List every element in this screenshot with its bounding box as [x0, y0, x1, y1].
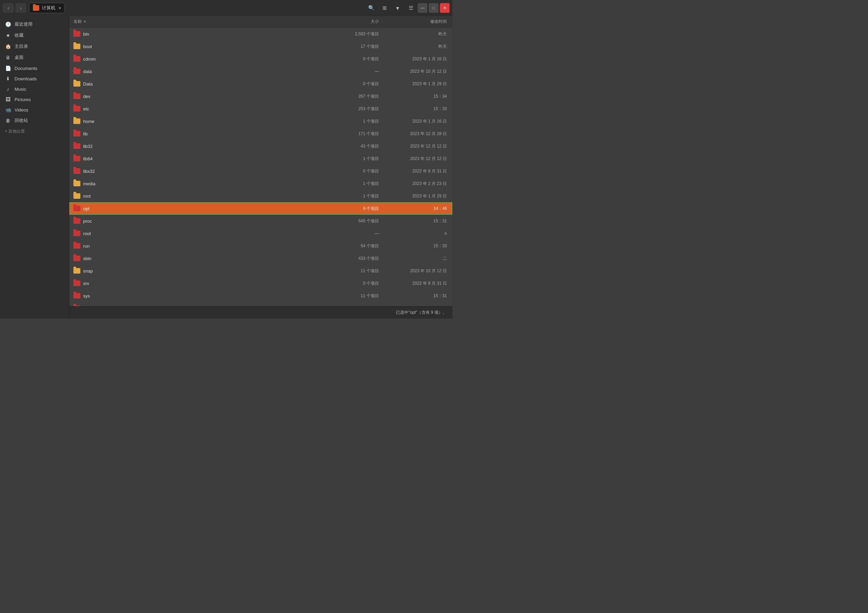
file-icon: [73, 118, 81, 124]
view-grid-button[interactable]: ⊞: [379, 3, 390, 13]
file-name: media: [83, 181, 95, 186]
table-row[interactable]: mnt 1 个项目 2023 年 1 月 29 日: [69, 190, 453, 202]
table-row[interactable]: sbin 433 个项目 二: [69, 252, 453, 265]
file-name-cell: data: [69, 68, 331, 74]
back-button[interactable]: ‹: [3, 3, 14, 13]
table-row[interactable]: Data 0 个项目 2023 年 1 月 29 日: [69, 77, 453, 90]
file-name: data: [83, 69, 92, 74]
table-row[interactable]: tmp 25 个项目 19：08: [69, 302, 453, 306]
pictures-icon: 🖼: [5, 97, 11, 102]
file-icon: [73, 180, 81, 187]
col-header-modified[interactable]: 修改时间: [383, 19, 453, 25]
file-size: 1 个项目: [331, 156, 383, 162]
file-name: dev: [83, 94, 90, 99]
file-icon: [73, 31, 81, 37]
file-name-cell: Data: [69, 81, 331, 87]
file-name: home: [83, 119, 95, 124]
table-row[interactable]: lib64 1 个项目 2023 年 12 月 12 日: [69, 152, 453, 165]
recent-icon: 🕐: [5, 22, 11, 27]
sidebar-item-desktop[interactable]: 🖥 桌面: [0, 52, 69, 63]
window-controls: — □ ✕: [418, 3, 450, 13]
col-header-size[interactable]: 大小: [331, 19, 383, 25]
sidebar-item-starred[interactable]: ★ 收藏: [0, 30, 69, 41]
table-row[interactable]: run 54 个项目 15：33: [69, 240, 453, 252]
table-row[interactable]: opt 9 个项目 14：46: [69, 202, 453, 215]
sidebar-item-videos[interactable]: 📹 Videos: [0, 105, 69, 115]
file-size: 1 个项目: [331, 118, 383, 124]
table-row[interactable]: libx32 0 个项目 2022 年 8 月 31 日: [69, 165, 453, 177]
table-row[interactable]: etc 253 个项目 15：33: [69, 102, 453, 115]
table-row[interactable]: data — 2023 年 10 月 12 日: [69, 65, 453, 77]
menu-button[interactable]: ☰: [405, 3, 416, 13]
sidebar-item-trash[interactable]: 🗑 回收站: [0, 115, 69, 126]
table-row[interactable]: media 1 个项目 2023 年 2 月 23 日: [69, 177, 453, 190]
close-button[interactable]: ✕: [440, 3, 450, 13]
table-row[interactable]: dev 267 个项目 15：34: [69, 90, 453, 102]
file-icon: [73, 305, 81, 306]
table-row[interactable]: snap 11 个项目 2023 年 10 月 12 日: [69, 265, 453, 277]
folder-red-icon: [73, 106, 81, 111]
table-row[interactable]: sys 11 个项目 15：31: [69, 289, 453, 302]
file-name-cell: srv: [69, 280, 331, 286]
file-name: lib64: [83, 156, 93, 161]
location-dropdown-arrow[interactable]: ▾: [59, 6, 61, 10]
file-size: 9 个项目: [331, 206, 383, 212]
file-name: etc: [83, 106, 89, 111]
maximize-button[interactable]: □: [429, 3, 439, 13]
file-name-cell: etc: [69, 105, 331, 112]
sidebar-label-desktop: 桌面: [14, 54, 23, 60]
search-button[interactable]: 🔍: [366, 3, 377, 13]
forward-button[interactable]: ›: [15, 3, 26, 13]
desktop-icon: 🖥: [5, 55, 11, 60]
location-bar[interactable]: 计算机 ▾: [29, 3, 65, 13]
sort-arrow-icon: ▼: [83, 20, 87, 23]
file-name: proc: [83, 218, 92, 224]
sidebar-label-starred: 收藏: [14, 32, 23, 39]
file-name-cell: media: [69, 180, 331, 187]
minimize-button[interactable]: —: [418, 3, 428, 13]
sidebar-item-pictures[interactable]: 🖼 Pictures: [0, 94, 69, 105]
sidebar-add-location[interactable]: + 其他位置: [0, 126, 69, 137]
file-size: 433 个项目: [331, 255, 383, 262]
sidebar-item-recent[interactable]: 🕐 最近使用: [0, 19, 69, 30]
col-header-name[interactable]: 名称 ▼: [69, 19, 331, 25]
file-modified: 14：46: [383, 206, 453, 212]
table-row[interactable]: proc 545 个项目 15：31: [69, 215, 453, 227]
sidebar-item-documents[interactable]: 📄 Documents: [0, 63, 69, 73]
folder-red-icon: [73, 31, 81, 37]
table-row[interactable]: bin 2,593 个项目 昨天: [69, 28, 453, 40]
view-dropdown-button[interactable]: ▼: [392, 3, 403, 13]
status-text: 已选中"opt"（含有 9 项）。: [396, 310, 447, 316]
table-row[interactable]: lib 171 个项目 2023 年 12 月 28 日: [69, 127, 453, 140]
file-icon: [73, 81, 81, 87]
file-modified: ≡: [383, 231, 453, 236]
file-name: cdrom: [83, 56, 96, 62]
table-row[interactable]: srv 0 个项目 2022 年 8 月 31 日: [69, 277, 453, 289]
location-text: 计算机: [42, 5, 56, 11]
file-name-cell: lib32: [69, 143, 331, 149]
file-icon: [73, 205, 81, 212]
table-row[interactable]: boot 17 个项目 昨天: [69, 40, 453, 53]
file-size: 11 个项目: [331, 268, 383, 274]
sidebar-label-videos: Videos: [14, 107, 28, 113]
file-modified: 15：33: [383, 106, 453, 112]
table-row[interactable]: root — ≡: [69, 227, 453, 240]
sidebar-item-music[interactable]: ♪ Music: [0, 84, 69, 94]
nav-buttons: ‹ ›: [3, 3, 26, 13]
file-modified: 2023 年 12 月 12 日: [383, 156, 453, 162]
file-modified: 15：31: [383, 293, 453, 299]
file-modified: 2023 年 12 月 28 日: [383, 131, 453, 137]
sidebar-item-home[interactable]: 🏠 主目录: [0, 41, 69, 52]
titlebar: ‹ › 计算机 ▾ 🔍 ⊞ ▼ ☰ — □ ✕: [0, 0, 453, 16]
table-row[interactable]: cdrom 0 个项目 2023 年 1 月 16 日: [69, 53, 453, 65]
sidebar-label-documents: Documents: [14, 66, 37, 71]
folder-red-icon: [73, 206, 81, 211]
file-size: 0 个项目: [331, 168, 383, 174]
table-row[interactable]: home 1 个项目 2023 年 1 月 16 日: [69, 115, 453, 127]
file-modified: 15：34: [383, 93, 453, 99]
file-modified: 2022 年 8 月 31 日: [383, 168, 453, 174]
file-icon: [73, 193, 81, 199]
file-icon: [73, 105, 81, 112]
sidebar-item-downloads[interactable]: ⬇ Downloads: [0, 73, 69, 84]
table-row[interactable]: lib32 43 个项目 2023 年 12 月 12 日: [69, 140, 453, 152]
